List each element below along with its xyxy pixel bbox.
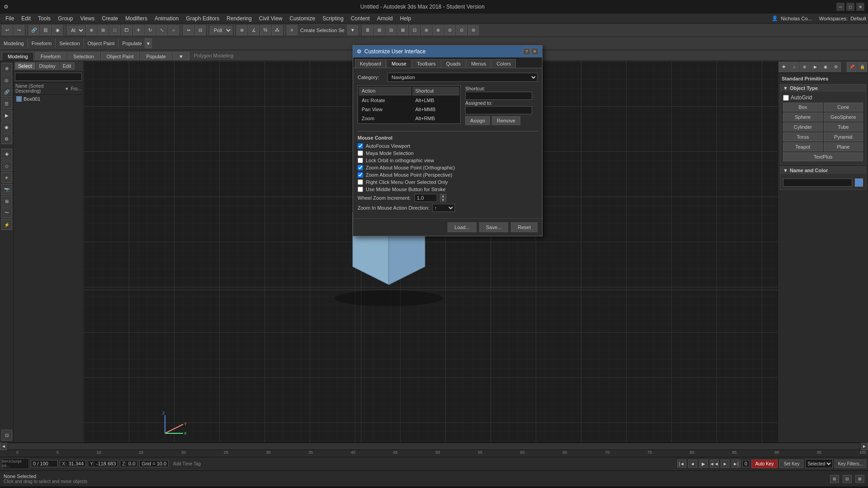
- menu-help[interactable]: Help: [396, 14, 415, 23]
- layer-btn2[interactable]: ⊞: [374, 25, 385, 35]
- display-tab[interactable]: Display: [36, 62, 59, 70]
- menu-file[interactable]: File: [2, 14, 18, 23]
- rp-hierarchy-icon[interactable]: ⊕: [800, 62, 810, 72]
- name-input[interactable]: [783, 178, 852, 187]
- obj-textplus[interactable]: TextPlus: [783, 152, 863, 161]
- tab-populate[interactable]: Populate: [140, 52, 171, 61]
- lt-cameras[interactable]: 📷: [1, 184, 12, 195]
- timeline-scroll-left[interactable]: ◄: [0, 443, 7, 450]
- menu-scripting[interactable]: Scripting: [319, 14, 347, 23]
- snap-button[interactable]: ⊕: [236, 25, 247, 35]
- cui-tab-keyboard[interactable]: Keyboard: [355, 59, 386, 68]
- menu-animation[interactable]: Animation: [151, 14, 182, 23]
- lt-select[interactable]: ⊕: [1, 63, 12, 74]
- obj-pyramid[interactable]: Pyramid: [824, 132, 863, 141]
- cui-tab-menus[interactable]: Menus: [466, 59, 491, 68]
- shortcut-input[interactable]: [465, 92, 532, 100]
- menu-customize[interactable]: Customize: [286, 14, 319, 23]
- obj-teapot[interactable]: Teapot: [783, 142, 823, 151]
- tab-more[interactable]: ▼: [173, 52, 189, 61]
- menu-views[interactable]: Views: [76, 14, 98, 23]
- layer-btn6[interactable]: ⊕: [421, 25, 432, 35]
- rp-modify-icon[interactable]: ⌂: [789, 62, 799, 72]
- obj-sphere[interactable]: Sphere: [783, 113, 823, 122]
- layer-btn8[interactable]: ⊘: [444, 25, 455, 35]
- autofocus-checkbox[interactable]: [358, 143, 363, 149]
- cui-tab-quads[interactable]: Quads: [441, 59, 466, 68]
- select-tab[interactable]: Select: [15, 62, 35, 70]
- action-row-arcrotate[interactable]: Arc Rotate Alt+LMB: [359, 96, 459, 104]
- view-dropdown[interactable]: Poll: [210, 26, 232, 35]
- lt-display[interactable]: ◉: [1, 122, 12, 132]
- rp-lock-icon[interactable]: 🔒: [857, 62, 867, 72]
- play-button[interactable]: ▶: [699, 460, 708, 468]
- obj-cylinder[interactable]: Cylinder: [783, 122, 823, 131]
- menu-edit[interactable]: Edit: [18, 14, 34, 23]
- color-swatch[interactable]: [855, 178, 863, 187]
- lt-hierarchy[interactable]: ☰: [1, 98, 12, 109]
- cui-tab-colors[interactable]: Colors: [491, 59, 516, 68]
- lock-x-button[interactable]: ⊞: [830, 475, 839, 483]
- add-time-tag[interactable]: Add Time Tag: [170, 461, 203, 466]
- snap-spinner-button[interactable]: ⁂: [272, 25, 283, 35]
- select-button[interactable]: ⊕: [86, 25, 97, 35]
- close-button[interactable]: ✕: [856, 3, 864, 11]
- snap-angle-button[interactable]: ∡: [248, 25, 259, 35]
- action-row-panview[interactable]: Pan View Alt+MMB: [359, 105, 459, 113]
- wheel-zoom-input[interactable]: [415, 194, 437, 202]
- tab-freeform[interactable]: Freeform: [35, 52, 67, 61]
- timeline-scroll-right[interactable]: ►: [861, 443, 868, 450]
- lt-shapes[interactable]: ◇: [1, 160, 12, 171]
- scene-obj-box001[interactable]: Box001: [14, 96, 82, 102]
- minimize-button[interactable]: ─: [836, 3, 844, 11]
- cui-tab-toolbars[interactable]: Toolbars: [412, 59, 441, 68]
- play-reverse-button[interactable]: ◄◄: [710, 460, 719, 468]
- region-type-button[interactable]: □: [109, 25, 120, 35]
- menu-rendering[interactable]: Rendering: [223, 14, 255, 23]
- edit-tab[interactable]: Edit: [60, 62, 75, 70]
- zoom-ortho-checkbox[interactable]: [358, 165, 363, 170]
- lt-motion[interactable]: ▶: [1, 110, 12, 121]
- cui-help-button[interactable]: ?: [523, 48, 530, 55]
- lock-z-button[interactable]: ⊠: [855, 475, 864, 483]
- edit-named-button[interactable]: ≡: [287, 25, 297, 35]
- transform-gizmo-button[interactable]: ⟐: [168, 25, 179, 35]
- lt-systems[interactable]: ⚡: [1, 219, 12, 230]
- autogrid-checkbox[interactable]: [783, 95, 789, 101]
- lock-y-button[interactable]: ⊟: [843, 475, 852, 483]
- obj-tube[interactable]: Tube: [824, 122, 863, 131]
- populate-dropdown[interactable]: ▼: [145, 38, 152, 48]
- remove-button[interactable]: Remove: [492, 116, 520, 125]
- obj-box[interactable]: Box: [783, 103, 823, 112]
- name-and-color-header[interactable]: ▼ Name and Color: [780, 167, 866, 174]
- menu-create[interactable]: Create: [98, 14, 122, 23]
- tab-modeling[interactable]: Modeling: [2, 52, 34, 61]
- category-select[interactable]: Navigation: [387, 73, 538, 82]
- bind-button[interactable]: ◉: [52, 25, 63, 35]
- middle-mouse-checkbox[interactable]: [358, 187, 363, 192]
- scene-filter-input[interactable]: [15, 73, 82, 81]
- zoom-persp-checkbox[interactable]: [358, 172, 363, 178]
- set-key-button[interactable]: Set Key: [779, 460, 803, 468]
- lock-orbit-checkbox[interactable]: [358, 158, 363, 163]
- layer-btn10[interactable]: ⊚: [468, 25, 479, 35]
- menu-arnold[interactable]: Arnold: [373, 14, 396, 23]
- menu-modifiers[interactable]: Modifiers: [122, 14, 151, 23]
- layer-btn9[interactable]: ⊙: [456, 25, 467, 35]
- prev-frame-button[interactable]: ◄: [688, 460, 697, 468]
- skip-end-button[interactable]: ►|: [731, 460, 741, 468]
- rightclick-menu-checkbox[interactable]: [358, 179, 363, 185]
- link-button[interactable]: 🔗: [28, 25, 39, 35]
- scale-button[interactable]: ⤡: [156, 25, 167, 35]
- obj-plane[interactable]: Plane: [824, 142, 863, 151]
- obj-torus[interactable]: Torus: [783, 132, 823, 141]
- rp-motion-icon[interactable]: ▶: [810, 62, 820, 72]
- auto-key-button[interactable]: Auto Key: [751, 460, 778, 468]
- zoom-direction-select[interactable]: ↑ ↓: [432, 204, 455, 212]
- maximize-button[interactable]: □: [846, 3, 854, 11]
- selection-filter-button[interactable]: ⧠: [121, 25, 132, 35]
- menu-civil-view[interactable]: Civil View: [255, 14, 286, 23]
- load-button[interactable]: Load...: [448, 222, 476, 232]
- align-button[interactable]: ⊟: [195, 25, 206, 35]
- timeline-scrollbar[interactable]: [8, 443, 860, 450]
